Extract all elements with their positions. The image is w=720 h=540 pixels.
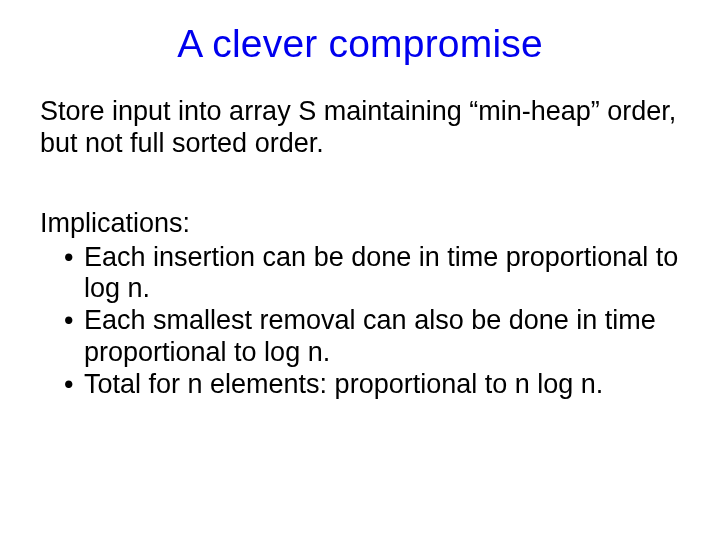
list-item: Total for n elements: proportional to n … (40, 369, 680, 401)
list-item: Each smallest removal can also be done i… (40, 305, 680, 369)
slide-title: A clever compromise (40, 22, 680, 66)
intro-paragraph: Store input into array S maintaining “mi… (40, 96, 680, 160)
slide: A clever compromise Store input into arr… (0, 0, 720, 540)
bullet-list: Each insertion can be done in time propo… (40, 242, 680, 401)
list-item: Each insertion can be done in time propo… (40, 242, 680, 306)
implications-heading: Implications: (40, 208, 680, 240)
